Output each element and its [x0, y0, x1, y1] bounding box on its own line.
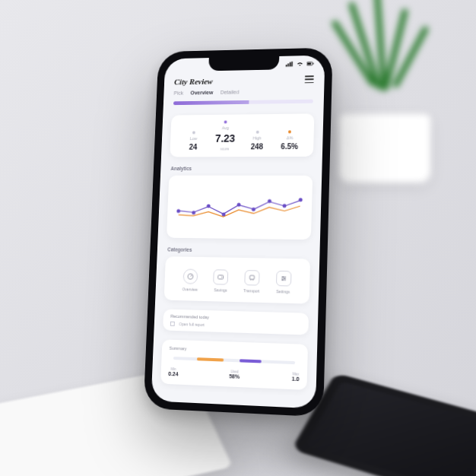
- wallet-icon: [213, 270, 228, 285]
- summary-stat-max: Max 1.0: [292, 373, 300, 382]
- summary-stat-min: Min 0.24: [168, 367, 179, 377]
- svg-line-8: [190, 275, 192, 277]
- metric-high[interactable]: High 248: [240, 131, 273, 151]
- tab-overview[interactable]: Overview: [190, 90, 213, 99]
- decor-plant: [324, 15, 446, 182]
- summary-bar[interactable]: [173, 357, 295, 364]
- svg-rect-1: [287, 64, 289, 67]
- svg-rect-3: [291, 62, 293, 67]
- progress-bar[interactable]: [173, 100, 313, 105]
- section-analytics-label: Analytics: [160, 161, 322, 171]
- sliders-icon: [275, 271, 291, 287]
- metric-avg[interactable]: Avg 7.23 score: [209, 121, 242, 151]
- dot-icon: [224, 121, 227, 124]
- action-transport[interactable]: Transport: [243, 271, 260, 294]
- bus-icon: [244, 271, 259, 287]
- action-settings[interactable]: Settings: [275, 271, 291, 294]
- svg-rect-2: [290, 62, 291, 67]
- menu-icon[interactable]: [305, 76, 314, 84]
- app-screen: City Review Pick Overview Detailed Low: [151, 56, 325, 409]
- phone-notch: [208, 55, 279, 71]
- metric-low[interactable]: Low 24: [177, 132, 209, 151]
- action-savings[interactable]: Savings: [213, 270, 229, 293]
- battery-icon: [306, 61, 314, 67]
- summary-stat-used: Used 58%: [229, 370, 240, 380]
- metric-delta[interactable]: Δ% 6.5%: [273, 131, 306, 151]
- wifi-icon: [296, 61, 303, 67]
- dot-icon: [288, 131, 291, 134]
- chart-point[interactable]: [252, 208, 255, 211]
- dot-icon: [255, 131, 259, 134]
- tab-detailed[interactable]: Detailed: [220, 90, 239, 98]
- app-title: City Review: [174, 77, 213, 86]
- svg-point-19: [281, 280, 283, 281]
- chart-point[interactable]: [268, 199, 271, 203]
- list-item[interactable]: Open full report: [170, 322, 301, 330]
- metrics-card: Low 24 Avg 7.23 score High 248: [170, 114, 314, 157]
- svg-point-7: [188, 274, 193, 279]
- chart-card[interactable]: [167, 176, 313, 240]
- gauge-icon: [182, 269, 198, 284]
- svg-rect-6: [313, 63, 314, 65]
- svg-point-13: [252, 280, 254, 281]
- tab-pick[interactable]: Pick: [173, 90, 183, 99]
- svg-rect-0: [286, 65, 287, 67]
- chart-point[interactable]: [298, 198, 302, 202]
- svg-rect-9: [218, 275, 224, 279]
- svg-point-18: [284, 278, 285, 280]
- svg-point-17: [282, 277, 284, 278]
- dot-icon: [192, 132, 195, 135]
- checkbox-icon[interactable]: [170, 322, 175, 326]
- summary-card: Summary Min 0.24 Used 58% Max: [160, 340, 308, 391]
- phone-frame: City Review Pick Overview Detailed Low: [144, 48, 333, 417]
- svg-point-12: [250, 280, 252, 281]
- svg-rect-11: [249, 276, 254, 280]
- svg-point-10: [221, 277, 223, 278]
- actions-card: Overview Savings Transport Settings: [164, 257, 311, 304]
- section-actions-label: Categories: [157, 243, 320, 255]
- action-overview[interactable]: Overview: [182, 269, 198, 292]
- svg-rect-5: [307, 63, 311, 65]
- recommend-card[interactable]: Recommended today Open full report: [163, 309, 309, 335]
- signal-icon: [286, 62, 294, 68]
- chart-point[interactable]: [283, 204, 287, 208]
- line-chart[interactable]: [174, 185, 305, 234]
- summary-title: Summary: [170, 346, 300, 355]
